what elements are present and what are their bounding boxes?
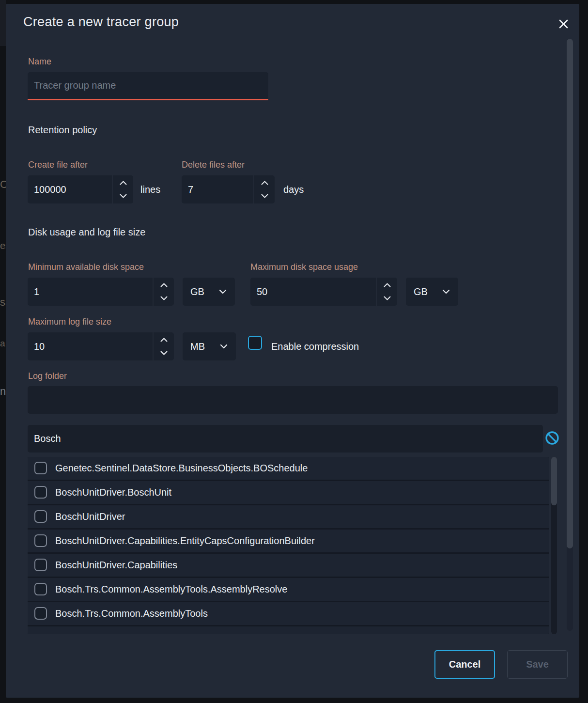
spinner-down-button[interactable] [261,194,268,198]
list-item-label: Genetec.Sentinel.DataStore.BusinessObjec… [55,457,308,479]
retention-heading: Retention policy [28,125,97,136]
background-fragment-block [0,0,6,46]
chevron-down-icon [160,296,168,300]
unit-value: MB [190,341,205,352]
modal-scrollbar-track[interactable] [567,39,573,631]
unit-value: GB [190,286,204,297]
create-file-after-label: Create file after [28,160,88,170]
create-file-after-suffix: lines [140,175,160,203]
spinner-up-button[interactable] [384,283,391,287]
list-item[interactable]: BoschUnitDriver.Capabilities.EntityCapsC… [28,530,549,552]
spinner-up-button[interactable] [120,181,127,185]
compression-checkbox[interactable] [248,336,262,350]
chevron-down-icon [261,194,268,198]
chevron-up-icon [120,181,127,185]
max-disk-unit-select[interactable]: GB [406,278,458,306]
unit-value: GB [414,286,428,297]
delete-files-after-spinner [254,175,275,203]
max-log-size-field [28,332,174,360]
list-item-checkbox[interactable] [34,559,47,571]
create-file-after-input[interactable] [28,175,112,203]
name-input[interactable] [28,72,268,100]
chevron-down-icon [442,289,450,294]
max-log-unit-select[interactable]: MB [183,332,236,360]
min-disk-space-spinner [154,278,174,306]
list-item-checkbox[interactable] [34,607,47,620]
list-item-checkbox[interactable] [34,486,47,499]
delete-files-after-field [182,175,275,203]
min-disk-space-input[interactable] [28,278,153,306]
ban-icon [545,431,559,445]
chevron-down-icon [220,344,228,349]
spinner-up-button[interactable] [261,181,268,185]
cancel-button[interactable]: Cancel [434,650,495,679]
list-item[interactable]: Bosch.Trs.Common.AssemblyTools [28,602,549,625]
name-label: Name [28,57,51,67]
list-item[interactable]: BoschUnitDriver [28,505,549,528]
list-scrollbar-track[interactable] [551,457,557,634]
list-item-checkbox[interactable] [34,462,47,474]
max-log-size-spinner [154,332,174,360]
create-file-after-field [28,175,133,203]
list-item[interactable]: BoschUnitDriver.BoschUnit [28,481,549,504]
filter-input[interactable] [28,425,543,453]
list-item-checkbox[interactable] [34,583,47,595]
chevron-down-icon [120,194,127,198]
list-item-label: Bosch.Trs.Common.AssemblyTools.AssemblyR… [55,578,287,600]
clear-filter-button[interactable] [545,431,559,445]
max-log-size-label: Maximum log file size [28,317,111,327]
max-disk-usage-label: Maximum disk space usage [250,262,358,272]
dialog-title: Create a new tracer group [23,15,179,30]
spinner-up-button[interactable] [160,283,168,287]
log-folder-label: Log folder [28,371,67,381]
min-disk-space-field [28,278,174,306]
list-item-partial[interactable] [28,626,549,634]
close-button[interactable] [555,16,572,32]
list-item-checkbox[interactable] [34,534,47,547]
spinner-down-button[interactable] [160,351,168,355]
create-tracer-group-dialog: Create a new tracer group Name Retention… [6,4,579,698]
max-disk-usage-input[interactable] [250,278,376,306]
list-item[interactable]: Bosch.Trs.Common.AssemblyTools.AssemblyR… [28,578,549,601]
list-item-label: Bosch.Trs.Common.AssemblyTools [55,602,208,625]
spinner-up-button[interactable] [160,338,168,342]
delete-files-after-label: Delete files after [182,160,245,170]
chevron-down-icon [219,289,227,294]
compression-label: Enable compression [271,332,359,360]
log-folder-input[interactable] [28,386,558,414]
list-scrollbar-thumb[interactable] [551,457,557,505]
max-disk-usage-spinner [377,278,397,306]
max-log-size-input[interactable] [28,332,153,360]
spinner-down-button[interactable] [384,296,391,300]
disk-usage-heading: Disk usage and log file size [28,227,145,238]
delete-files-after-input[interactable] [182,175,253,203]
list-item-checkbox[interactable] [34,510,47,523]
max-disk-usage-field [250,278,397,306]
chevron-up-icon [384,283,391,287]
spinner-down-button[interactable] [160,296,168,300]
list-item-label: BoschUnitDriver.BoschUnit [55,481,171,503]
chevron-down-icon [160,351,168,355]
delete-files-after-suffix: days [283,175,304,203]
chevron-up-icon [160,338,168,342]
modal-scrollbar-thumb[interactable] [567,39,573,548]
create-file-after-spinner [113,175,133,203]
list-item[interactable]: BoschUnitDriver.Capabilities [28,554,549,577]
min-disk-space-label: Minimum available disk space [28,262,144,272]
spinner-down-button[interactable] [120,194,127,198]
list-item-label: BoschUnitDriver.Capabilities.EntityCapsC… [55,530,315,552]
chevron-up-icon [160,283,168,287]
min-disk-unit-select[interactable]: GB [183,278,235,306]
list-item-label: BoschUnitDriver.Capabilities [55,554,177,576]
tracer-list: Genetec.Sentinel.DataStore.BusinessObjec… [28,457,549,634]
list-item-label: BoschUnitDriver [55,505,125,528]
chevron-down-icon [384,296,391,300]
save-button[interactable]: Save [507,650,568,679]
chevron-up-icon [261,181,268,185]
x-icon [558,18,569,30]
list-item[interactable]: Genetec.Sentinel.DataStore.BusinessObjec… [28,457,549,480]
